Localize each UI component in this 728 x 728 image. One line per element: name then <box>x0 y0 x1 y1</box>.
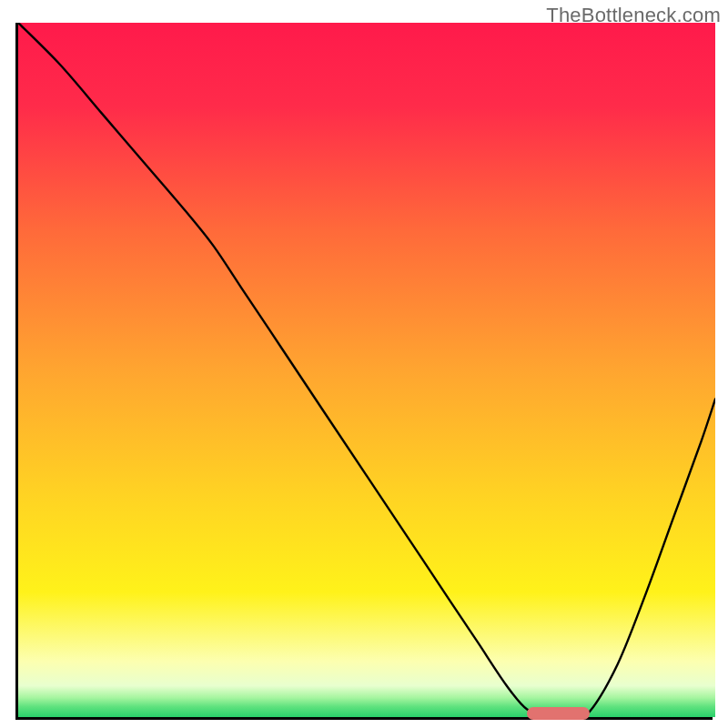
plot-area <box>15 23 713 720</box>
chart-container: { "watermark": "TheBottleneck.com", "cha… <box>0 0 728 728</box>
plot-svg <box>18 23 715 720</box>
optimal-range-marker <box>527 707 590 720</box>
plot-background <box>18 23 715 717</box>
